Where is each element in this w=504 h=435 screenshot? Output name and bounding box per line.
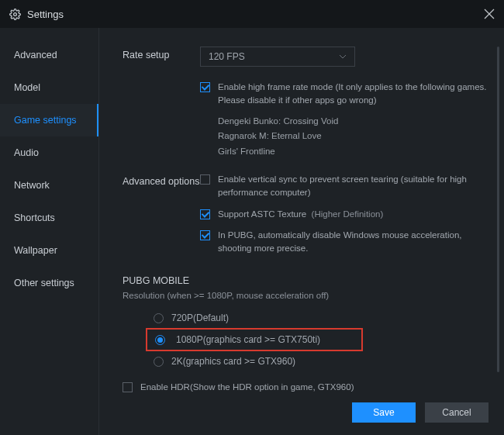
game-list-item: Ragnarok M: Eternal Love <box>218 129 487 144</box>
cancel-button[interactable]: Cancel <box>425 402 488 423</box>
pubg-mouse-label: In PUBG, automatically disable Windows m… <box>218 229 487 256</box>
astc-label: Support ASTC Texture (Higher Definition) <box>218 208 383 221</box>
sidebar-item-other-settings[interactable]: Other settings <box>0 267 98 299</box>
checkbox-pubg-mouse[interactable] <box>200 230 210 240</box>
resolution-label: 720P(Default) <box>171 312 229 323</box>
resolution-label: 2K(graphics card >= GTX960) <box>171 356 295 367</box>
high-frame-label: Enable high frame rate mode (It only app… <box>218 81 487 108</box>
radio-icon <box>155 335 165 345</box>
resolution-caption: Resolution (when >= 1080P, mouse acceler… <box>123 291 487 300</box>
game-list-item: Girls' Frontline <box>218 144 487 160</box>
sidebar: Advanced Model Game settings Audio Netwo… <box>0 28 99 435</box>
resolution-option-1080p[interactable]: 1080P(graphics card >= GTX750ti) <box>146 328 363 351</box>
rate-setup-label: Rate setup <box>123 47 200 67</box>
hdr-label: Enable HDR(Show the HDR option in game, … <box>140 381 354 394</box>
rate-select-value: 120 FPS <box>209 51 245 62</box>
scrollbar[interactable] <box>497 47 499 372</box>
vsync-label: Enable vertical sync to prevent screen t… <box>218 173 487 200</box>
save-button[interactable]: Save <box>352 402 416 423</box>
sidebar-item-shortcuts[interactable]: Shortcuts <box>0 202 98 234</box>
advanced-options-label: Advanced options <box>123 173 200 261</box>
titlebar: Settings <box>0 0 504 28</box>
svg-point-0 <box>14 12 17 16</box>
checkbox-vsync[interactable] <box>200 174 210 185</box>
close-icon[interactable] <box>484 9 495 19</box>
resolution-option-720p[interactable]: 720P(Default) <box>123 308 487 328</box>
sidebar-item-game-settings[interactable]: Game settings <box>0 104 98 136</box>
game-list-item: Dengeki Bunko: Crossing Void <box>218 114 487 129</box>
sidebar-item-advanced[interactable]: Advanced <box>0 39 98 71</box>
radio-icon <box>154 357 164 367</box>
checkbox-high-frame[interactable] <box>200 82 210 92</box>
sidebar-item-network[interactable]: Network <box>0 169 98 202</box>
sidebar-item-audio[interactable]: Audio <box>0 136 98 169</box>
main-panel: Rate setup 120 FPS Enable high frame rat… <box>99 28 504 435</box>
radio-icon <box>154 313 164 323</box>
sidebar-item-model[interactable]: Model <box>0 71 98 104</box>
gear-icon <box>9 9 21 20</box>
pubg-title: PUBG MOBILE <box>123 275 487 286</box>
resolution-option-2k[interactable]: 2K(graphics card >= GTX960) <box>123 351 487 371</box>
rate-select[interactable]: 120 FPS <box>200 47 355 67</box>
checkbox-hdr[interactable] <box>123 382 133 392</box>
checkbox-astc[interactable] <box>200 209 210 219</box>
resolution-label: 1080P(graphics card >= GTX750ti) <box>176 334 320 345</box>
chevron-down-icon <box>339 54 347 59</box>
window-title: Settings <box>27 9 64 20</box>
sidebar-item-wallpaper[interactable]: Wallpaper <box>0 234 98 267</box>
